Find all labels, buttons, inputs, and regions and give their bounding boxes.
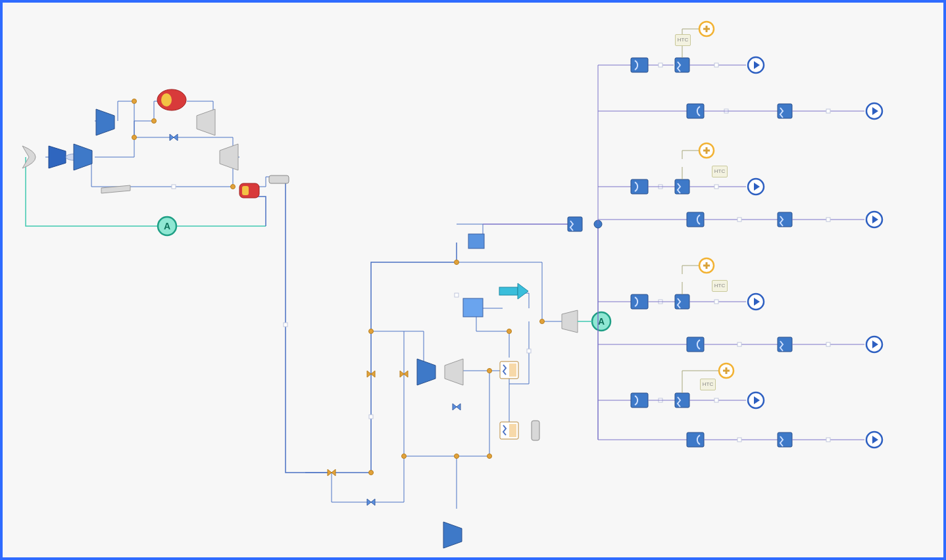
heat-exchanger-2-icon[interactable]	[500, 422, 518, 439]
svg-point-25	[161, 93, 172, 106]
trunk-hx-icon[interactable]	[568, 217, 582, 231]
tank-icon[interactable]	[468, 234, 484, 248]
nozzle-icon[interactable]	[562, 310, 578, 333]
center-cluster[interactable]	[305, 224, 610, 548]
monitor-center-icon[interactable]	[592, 312, 610, 331]
svg-rect-27	[242, 186, 249, 195]
htc-box-4[interactable]: HTC	[700, 379, 716, 390]
turbine-1-icon[interactable]	[197, 109, 215, 135]
diagram-frame: { "diagram": { "type": "process-flow-sch…	[0, 0, 946, 560]
htc-box-2[interactable]: HTC	[712, 166, 728, 177]
turbine-2-icon[interactable]	[220, 144, 238, 170]
inlet-icon[interactable]	[22, 146, 36, 168]
duct-filter-icon[interactable]	[269, 175, 289, 183]
turbine-c-icon[interactable]	[445, 359, 463, 385]
svg-marker-30	[518, 283, 528, 299]
compressor-c-icon[interactable]	[417, 359, 436, 385]
monitor-left-icon[interactable]	[158, 217, 176, 235]
right-cluster[interactable]	[598, 22, 882, 448]
svg-rect-29	[499, 287, 518, 295]
svg-marker-22	[49, 146, 66, 168]
pump-fan-icon[interactable]	[499, 283, 528, 299]
htc-box-3[interactable]: HTC	[712, 280, 728, 292]
pipe-main-drop	[286, 180, 305, 473]
filter-c-icon[interactable]	[532, 421, 539, 440]
combustor-1-icon[interactable]	[157, 89, 186, 110]
compressor-1-icon[interactable]	[74, 144, 92, 170]
htc-box-1[interactable]: HTC	[675, 34, 691, 46]
svg-marker-31	[562, 310, 578, 333]
left-cluster[interactable]	[22, 89, 289, 235]
compressor-2-icon[interactable]	[96, 109, 114, 135]
combustor-2-icon[interactable]	[239, 183, 259, 198]
reservoir-icon[interactable]	[463, 298, 483, 317]
outlet-fan-icon[interactable]	[443, 522, 462, 548]
heat-exchanger-1-icon[interactable]	[500, 362, 518, 379]
diagram-svg[interactable]: A	[3, 3, 946, 560]
